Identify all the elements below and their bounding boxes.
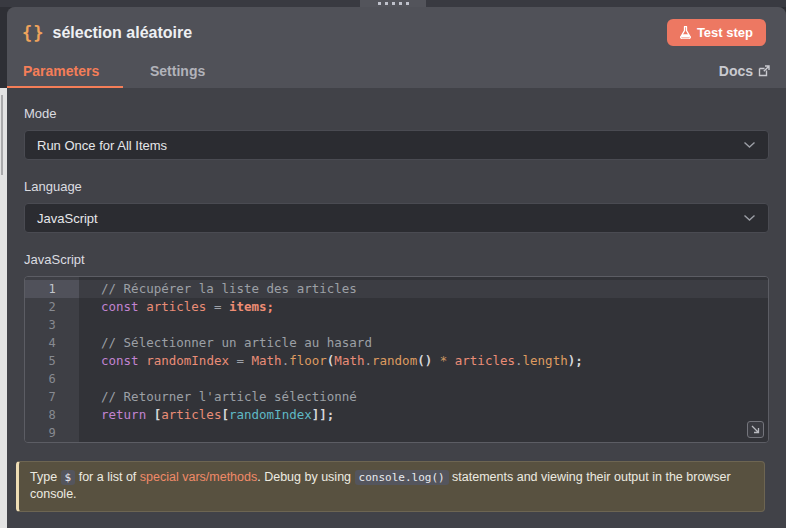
code-editor-gutter: 123456789 [25, 277, 79, 442]
code-editor-label: JavaScript [24, 252, 769, 267]
notice-text: Type $ for a list of special vars/method… [30, 470, 731, 501]
docs-link[interactable]: Docs [719, 63, 770, 88]
line-number: 6 [25, 370, 79, 388]
mode-label: Mode [24, 106, 769, 121]
line-number: 7 [25, 388, 79, 406]
line-number: 4 [25, 334, 79, 352]
node-settings-panel: {} sélection aléatoire Test step Paramet… [7, 7, 786, 528]
flask-icon [680, 26, 691, 39]
line-number: 5 [25, 352, 79, 370]
line-number: 2 [25, 298, 79, 316]
tab-settings[interactable]: Settings [150, 63, 205, 88]
mode-select-value: Run Once for All Items [37, 138, 167, 153]
chevron-down-icon [743, 141, 756, 149]
code-line[interactable] [79, 370, 768, 388]
inline-code: console.log() [355, 470, 449, 485]
code-line[interactable]: // Retourner l'article sélectionné [79, 388, 768, 406]
code-line[interactable]: const randomIndex = Math.floor(Math.rand… [79, 352, 768, 370]
line-number: 8 [25, 406, 79, 424]
scrollbar-thumb[interactable] [1, 95, 3, 175]
tab-parameters[interactable]: Parameters [23, 63, 123, 88]
line-number: 9 [25, 424, 79, 442]
external-link-icon [758, 65, 770, 77]
mode-select[interactable]: Run Once for All Items [24, 130, 769, 160]
resize-arrow-icon [751, 425, 760, 434]
notice-plain-text: Type [30, 470, 61, 484]
notice-plain-text: . Debug by using [257, 470, 354, 484]
code-line[interactable] [79, 316, 768, 334]
hint-notice: Type $ for a list of special vars/method… [16, 461, 765, 512]
language-label: Language [24, 179, 769, 194]
background-panel-edge [0, 88, 7, 528]
line-number: 1 [25, 280, 79, 298]
special-vars-link[interactable]: special vars/methods [140, 470, 257, 484]
code-node-icon: {} [22, 23, 44, 43]
language-select-value: JavaScript [37, 211, 98, 226]
parameters-pane: Mode Run Once for All Items Language Jav… [7, 88, 786, 512]
editor-resize-handle[interactable] [747, 421, 764, 438]
line-number: 3 [25, 316, 79, 334]
code-line[interactable]: // Sélectionner un article au hasard [79, 334, 768, 352]
notice-plain-text: for a list of [75, 470, 140, 484]
code-editor[interactable]: 123456789 // Récupérer la liste des arti… [24, 276, 769, 443]
node-title[interactable]: sélection aléatoire [52, 24, 192, 42]
panel-header: {} sélection aléatoire Test step Paramet… [7, 7, 786, 88]
code-line[interactable] [79, 424, 768, 442]
code-line[interactable]: const articles = items; [79, 298, 768, 316]
code-line[interactable]: // Récupérer la liste des articles [79, 280, 768, 298]
code-line[interactable]: return [articles[randomIndex]]; [79, 406, 768, 424]
test-step-button[interactable]: Test step [667, 19, 766, 46]
code-editor-lines[interactable]: // Récupérer la liste des articlesconst … [79, 277, 768, 442]
chevron-down-icon [743, 214, 756, 222]
language-select[interactable]: JavaScript [24, 203, 769, 233]
inline-code: $ [61, 470, 76, 485]
